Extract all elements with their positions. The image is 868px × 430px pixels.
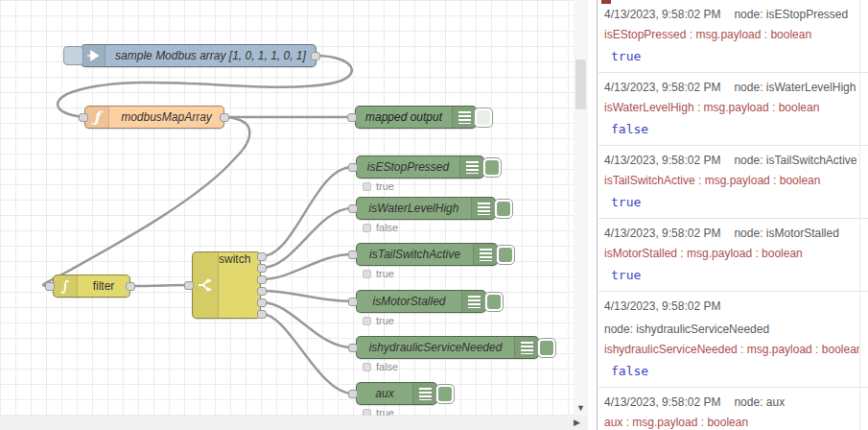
node-status: true [363, 315, 394, 326]
message-property: ishydraulicServiceNeeded : msg.payload :… [604, 343, 860, 356]
node-switch[interactable]: switch [192, 251, 261, 319]
switch-output-port-5[interactable] [257, 299, 267, 307]
debug-sidebar[interactable]: 4/13/2023, 9:58:02 PM node: isEStopPress… [598, 0, 868, 430]
message-value[interactable]: false [604, 122, 860, 136]
node-label: isWaterLevelHigh [357, 198, 471, 219]
debug-message[interactable]: 4/13/2023, 9:58:02 PM node: isTailSwitch… [598, 146, 868, 219]
sidebar-divider[interactable] [597, 0, 598, 430]
status-dot-icon [363, 270, 371, 278]
switch-output-port-1[interactable] [257, 252, 267, 261]
debug-toggle[interactable] [482, 157, 502, 178]
node-label: aux [357, 383, 412, 404]
node-label: switch [219, 252, 250, 318]
message-timestamp: 4/13/2023, 9:58:02 PM [604, 154, 720, 167]
scroll-down-arrow-icon[interactable]: ▼ [576, 403, 585, 413]
message-node: node: isMotorStalled [734, 227, 838, 240]
debug-list-icon [459, 156, 483, 178]
message-node: node: isWaterLevelHigh [734, 81, 856, 94]
message-property: isMotorStalled : msg.payload : boolean [604, 247, 860, 260]
vertical-scrollbar[interactable]: ▼ [574, 0, 588, 416]
flow-canvas[interactable]: sample Modbus array [1, 0, 1, 1, 0, 1] ƒ… [0, 0, 574, 416]
message-meta: 4/13/2023, 9:58:02 PM node: isTailSwitch… [604, 154, 860, 167]
node-status: false [363, 222, 398, 233]
message-property: aux : msg.payload : boolean [604, 416, 860, 429]
wire [130, 285, 189, 286]
input-port[interactable] [45, 282, 55, 291]
wire [262, 208, 352, 268]
inject-button[interactable] [63, 46, 83, 65]
debug-message[interactable]: 4/13/2023, 9:58:02 PM node: isMotorStall… [598, 219, 868, 292]
message-node: node: ishydraulicServiceNeeded [604, 322, 860, 336]
input-port[interactable] [348, 390, 358, 398]
wire [262, 254, 352, 279]
input-port[interactable] [348, 344, 358, 352]
node-status: true [363, 268, 394, 279]
debug-toggle[interactable] [496, 245, 515, 265]
message-value[interactable]: true [604, 268, 860, 282]
status-dot-icon [363, 317, 371, 325]
node-debug-isTailSwitchActive[interactable]: isTailSwitchActive [356, 243, 498, 266]
input-port[interactable] [348, 163, 358, 172]
node-status: true [363, 407, 394, 416]
node-status: false [363, 361, 398, 372]
debug-toggle[interactable] [484, 292, 504, 312]
debug-message[interactable]: 4/13/2023, 9:58:02 PM node: isEStopPress… [598, 0, 868, 73]
message-timestamp: 4/13/2023, 9:58:02 PM [604, 81, 720, 94]
node-inject[interactable]: sample Modbus array [1, 0, 1, 1, 0, 1] [81, 44, 317, 67]
node-label: isTailSwitchActive [357, 244, 473, 265]
input-port[interactable] [79, 113, 88, 122]
node-function[interactable]: ƒ modbusMapArray [84, 106, 224, 129]
message-timestamp: 4/13/2023, 9:58:02 PM [604, 8, 720, 21]
node-label: isMotorStalled [357, 291, 461, 312]
output-port[interactable] [311, 52, 320, 60]
horizontal-scrollbar[interactable]: ▶ [0, 416, 588, 430]
sidebar-edge-line [859, 0, 860, 430]
node-debug-isMotorStalled[interactable]: isMotorStalled [356, 290, 486, 313]
debug-toggle[interactable] [435, 384, 455, 404]
input-port[interactable] [348, 204, 358, 213]
node-label: sample Modbus array [1, 0, 1, 1, 0, 1] [106, 45, 316, 66]
message-timestamp: 4/13/2023, 9:58:02 PM [604, 395, 720, 409]
input-port[interactable] [347, 113, 357, 122]
input-port[interactable] [348, 251, 358, 259]
node-debug-isEStopPressed[interactable]: isEStopPressed [356, 155, 484, 179]
debug-message[interactable]: 4/13/2023, 9:58:02 PM node: ishydraulicS… [598, 292, 868, 388]
switch-output-port-4[interactable] [257, 287, 267, 296]
message-value[interactable]: true [604, 49, 860, 63]
node-filter[interactable]: ∫ filter [53, 275, 130, 298]
message-meta: 4/13/2023, 9:58:02 PM node: ishydraulicS… [604, 299, 860, 336]
switch-output-port-6[interactable] [257, 310, 267, 319]
output-port[interactable] [220, 113, 229, 122]
node-debug-ishydraulicServiceNeeded[interactable]: ishydraulicServiceNeeded [356, 336, 539, 359]
vertical-scrollbar-thumb[interactable] [575, 60, 586, 109]
message-value[interactable]: false [604, 364, 860, 378]
switch-output-port-2[interactable] [257, 264, 267, 273]
debug-message[interactable]: 4/13/2023, 9:58:02 PM node: isWaterLevel… [598, 73, 868, 146]
message-value[interactable]: true [604, 195, 860, 209]
debug-list-icon [461, 291, 485, 312]
message-node: node: isEStopPressed [734, 8, 848, 21]
node-debug-aux[interactable]: aux [356, 382, 437, 405]
node-status: true [363, 180, 394, 192]
message-node: node: aux [734, 395, 785, 409]
debug-list-icon [471, 198, 495, 219]
message-property: isTailSwitchActive : msg.payload : boole… [604, 174, 860, 187]
node-debug-isWaterLevelHigh[interactable]: isWaterLevelHigh [356, 197, 496, 220]
debug-toggle[interactable] [537, 338, 556, 358]
node-debug-mapped-output[interactable]: mapped output [355, 106, 477, 129]
input-port[interactable] [348, 298, 358, 306]
output-port[interactable] [126, 282, 135, 291]
message-meta: 4/13/2023, 9:58:02 PM node: isMotorStall… [604, 227, 860, 240]
input-port[interactable] [184, 281, 194, 290]
debug-list-icon [412, 383, 436, 404]
debug-message[interactable]: 4/13/2023, 9:58:02 PM node: aux aux : ms… [598, 388, 868, 430]
node-label: modbusMapArray [109, 107, 223, 128]
switch-output-port-3[interactable] [257, 275, 267, 284]
scroll-right-arrow-icon[interactable]: ▶ [574, 418, 580, 427]
debug-list-icon [514, 337, 538, 358]
function-icon: ƒ [85, 107, 109, 128]
debug-toggle[interactable] [494, 199, 513, 219]
debug-toggle[interactable] [474, 108, 493, 128]
status-dot-icon [363, 363, 371, 371]
status-dot-icon [363, 182, 371, 191]
